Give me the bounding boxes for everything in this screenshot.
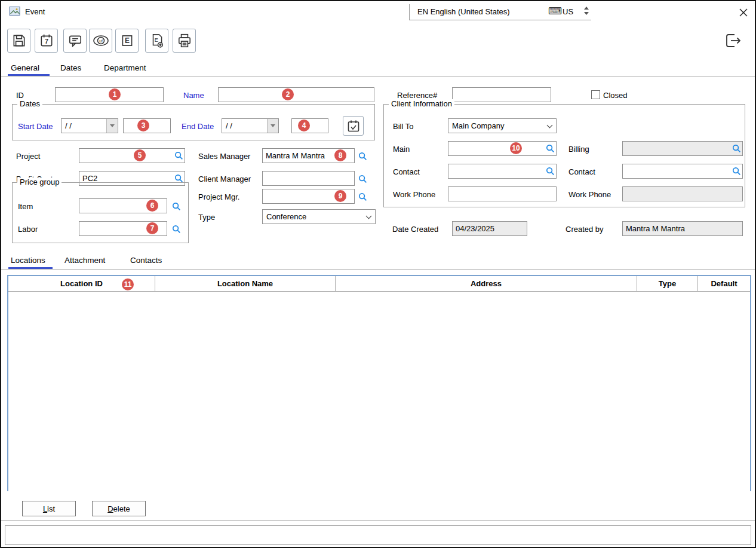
billing-label: Billing xyxy=(568,145,589,154)
user-fields-button[interactable]: uf xyxy=(89,29,112,53)
exit-button[interactable] xyxy=(721,29,745,53)
tab-strip-divider xyxy=(1,76,756,76)
billing-field[interactable] xyxy=(622,141,743,156)
column-header-address[interactable]: Address xyxy=(336,276,637,291)
app-icon xyxy=(9,6,21,16)
tab-department[interactable]: Department xyxy=(104,63,146,72)
status-divider xyxy=(1,521,756,521)
calendar-7-button[interactable]: 7 xyxy=(35,29,58,53)
search-icon[interactable] xyxy=(173,149,185,163)
status-bar xyxy=(5,525,751,545)
created-by-label: Created by xyxy=(566,225,604,234)
tab-dates[interactable]: Dates xyxy=(60,63,81,72)
search-icon[interactable] xyxy=(357,151,368,161)
e-window-button[interactable]: E xyxy=(115,29,139,53)
event-window: Event EN English (United States) ⌨ US 7 xyxy=(0,0,756,548)
save-icon xyxy=(11,33,27,48)
spinner-up-icon[interactable] xyxy=(584,7,589,10)
window-title: Event xyxy=(25,7,45,16)
tab-general[interactable]: General xyxy=(11,63,39,72)
annotation-badge-6: 6 xyxy=(146,200,158,212)
annotation-badge-11: 11 xyxy=(122,278,134,290)
date-created-label: Date Created xyxy=(392,225,438,234)
search-icon[interactable] xyxy=(544,142,556,155)
search-icon[interactable] xyxy=(171,224,182,234)
client-information-group-title: Client Information xyxy=(389,99,454,108)
reference-field[interactable] xyxy=(452,87,551,102)
column-header-location-name[interactable]: Location Name xyxy=(155,276,336,291)
annotation-badge-9: 9 xyxy=(334,190,346,202)
type-label: Type xyxy=(198,213,215,222)
main-field[interactable] xyxy=(448,141,557,156)
svg-text:7: 7 xyxy=(44,38,48,45)
print-button[interactable] xyxy=(173,29,196,53)
column-header-type[interactable]: Type xyxy=(637,276,698,291)
search-icon[interactable] xyxy=(730,142,742,155)
close-button[interactable] xyxy=(738,7,749,18)
calendar-7-icon: 7 xyxy=(39,33,54,48)
start-date-picker[interactable]: / / xyxy=(61,118,118,133)
client-manager-field[interactable] xyxy=(262,171,355,186)
project-field[interactable] xyxy=(79,148,185,163)
detail-tab-strip-divider xyxy=(1,269,756,270)
language-spinner[interactable] xyxy=(584,7,590,16)
search-icon[interactable] xyxy=(730,164,742,178)
search-icon[interactable] xyxy=(357,191,368,202)
dropdown-arrow-icon[interactable] xyxy=(267,119,278,133)
delete-button[interactable]: Delete xyxy=(92,501,146,516)
item-label: Item xyxy=(18,202,33,212)
svg-text:uf: uf xyxy=(99,39,103,43)
language-divider xyxy=(409,4,410,20)
end-date-label: End Date xyxy=(182,122,214,131)
exit-icon xyxy=(724,32,742,49)
bill-to-dropdown[interactable]: Main Company xyxy=(448,118,557,133)
annotation-badge-3: 3 xyxy=(137,120,149,131)
uf-eye-icon: uf xyxy=(93,33,109,48)
language-indicator[interactable]: EN English (United States) xyxy=(417,7,510,16)
dates-group-title: Dates xyxy=(17,99,42,108)
closed-label: Closed xyxy=(603,91,627,100)
list-button[interactable]: List xyxy=(22,501,76,516)
type-dropdown[interactable]: Conference xyxy=(262,209,376,224)
calendar-check-button[interactable] xyxy=(343,116,364,136)
spinner-down-icon[interactable] xyxy=(584,12,589,15)
dropdown-arrow-icon[interactable] xyxy=(106,119,118,133)
closed-checkbox[interactable] xyxy=(591,90,600,99)
search-icon[interactable] xyxy=(171,201,182,212)
column-header-default[interactable]: Default xyxy=(698,276,750,291)
start-date-label: Start Date xyxy=(18,122,53,131)
work-phone-right-field[interactable] xyxy=(622,186,743,201)
notes-button[interactable] xyxy=(63,29,87,53)
contact-left-field[interactable] xyxy=(448,164,557,179)
tab-contacts[interactable]: Contacts xyxy=(130,256,162,265)
search-icon[interactable] xyxy=(544,164,556,178)
work-phone-left-field[interactable] xyxy=(448,186,557,201)
end-date-extra-field[interactable] xyxy=(291,118,328,133)
work-phone-left-label: Work Phone xyxy=(393,190,435,200)
tab-attachment[interactable]: Attachment xyxy=(64,256,105,265)
price-group-title: Price group xyxy=(17,177,62,186)
main-label: Main xyxy=(393,145,410,154)
save-button[interactable] xyxy=(7,29,30,53)
name-label: Name xyxy=(183,91,204,100)
tab-locations[interactable]: Locations xyxy=(11,256,45,265)
annotation-badge-8: 8 xyxy=(334,149,346,161)
e-add-icon: E xyxy=(149,33,165,48)
annotation-badge-4: 4 xyxy=(298,120,310,131)
e-add-button[interactable]: E xyxy=(145,29,168,53)
locations-table-header: Location ID Location Name Address Type D… xyxy=(8,276,750,292)
contact-right-label: Contact xyxy=(568,167,595,177)
keyboard-layout-indicator[interactable]: US xyxy=(563,7,573,16)
annotation-badge-2: 2 xyxy=(282,88,294,100)
contact-left-label: Contact xyxy=(393,167,420,177)
locations-table-body[interactable] xyxy=(8,292,750,491)
end-date-picker[interactable]: / / xyxy=(222,118,279,133)
created-by-field xyxy=(622,221,743,236)
search-icon[interactable] xyxy=(357,173,368,184)
chevron-down-icon xyxy=(362,210,375,224)
project-label: Project xyxy=(16,152,40,161)
contact-right-field[interactable] xyxy=(622,164,743,179)
name-field[interactable] xyxy=(218,87,374,102)
svg-text:E: E xyxy=(154,37,158,43)
language-underline xyxy=(409,20,591,20)
